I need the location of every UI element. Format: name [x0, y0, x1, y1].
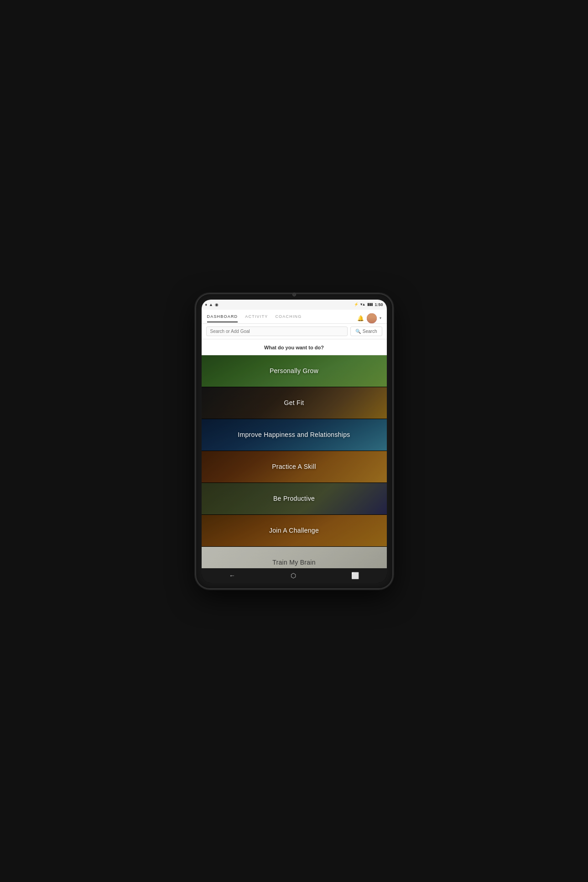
nav-tabs-left: DASHBOARD ACTIVITY COACHING [207, 314, 302, 322]
tab-coaching[interactable]: COACHING [275, 314, 302, 322]
front-camera [292, 293, 296, 296]
top-nav: DASHBOARD ACTIVITY COACHING 🔔 [202, 310, 387, 324]
status-icon-1: ♦ [205, 302, 208, 307]
tab-activity[interactable]: ACTIVITY [245, 314, 268, 322]
app-content: DASHBOARD ACTIVITY COACHING 🔔 [202, 310, 387, 568]
search-input[interactable] [206, 327, 348, 336]
status-bar-right: ⚡ ▾▲ ▮▮▮ 1:50 [354, 302, 383, 307]
notifications-bell-icon[interactable]: 🔔 [357, 315, 364, 322]
section-header: What do you want to do? [202, 339, 387, 355]
chevron-down-icon[interactable]: ▾ [380, 316, 381, 320]
goal-item-be-productive[interactable]: Be Productive [202, 483, 387, 515]
goal-item-join-challenge[interactable]: Join A Challenge [202, 515, 387, 547]
goal-list: Personally Grow Get Fit Improve Happines… [202, 355, 387, 568]
device-frame: ♦ ▲ ◉ ⚡ ▾▲ ▮▮▮ 1:50 DASHBOARD [196, 294, 392, 588]
goal-overlay-train-brain: Train My Brain [202, 547, 387, 568]
nav-tabs: DASHBOARD ACTIVITY COACHING 🔔 [207, 313, 381, 323]
goal-item-personally-grow[interactable]: Personally Grow [202, 355, 387, 387]
back-button[interactable]: ← [229, 572, 235, 579]
nav-right: 🔔 ▾ [357, 313, 381, 323]
status-bar-left: ♦ ▲ ◉ [205, 302, 219, 307]
goal-overlay-challenge: Join A Challenge [202, 515, 387, 546]
battery-icon: ▮▮▮ [367, 302, 373, 306]
recents-button[interactable]: ⬜ [351, 572, 359, 579]
goal-label-happiness: Improve Happiness and Relationships [238, 431, 350, 438]
status-icon-3: ◉ [215, 302, 219, 307]
goal-label-practice-skill: Practice A Skill [272, 463, 316, 470]
goal-label-productive: Be Productive [273, 495, 315, 502]
home-button[interactable]: ⬡ [291, 572, 296, 579]
goal-overlay-practice-skill: Practice A Skill [202, 451, 387, 483]
goal-label-challenge: Join A Challenge [269, 527, 319, 534]
search-bar: 🔍 Search [202, 324, 387, 339]
status-icon-2: ▲ [209, 302, 213, 307]
goal-label-personally-grow: Personally Grow [270, 367, 318, 374]
avatar[interactable] [367, 313, 377, 323]
avatar-image [367, 313, 377, 323]
wifi-icon: ▾▲ [360, 302, 366, 306]
status-bar: ♦ ▲ ◉ ⚡ ▾▲ ▮▮▮ 1:50 [202, 300, 387, 310]
search-button[interactable]: 🔍 Search [350, 327, 382, 336]
goal-label-get-fit: Get Fit [284, 399, 304, 406]
bottom-nav: ← ⬡ ⬜ [202, 568, 387, 583]
goal-item-improve-happiness[interactable]: Improve Happiness and Relationships [202, 419, 387, 451]
goal-item-train-brain[interactable]: Train My Brain [202, 547, 387, 568]
goal-item-practice-skill[interactable]: Practice A Skill [202, 451, 387, 483]
tab-dashboard[interactable]: DASHBOARD [207, 314, 238, 322]
goal-overlay-happiness: Improve Happiness and Relationships [202, 419, 387, 451]
goal-overlay-get-fit: Get Fit [202, 387, 387, 419]
search-icon: 🔍 [355, 329, 361, 334]
bluetooth-icon: ⚡ [354, 302, 359, 306]
device-screen: ♦ ▲ ◉ ⚡ ▾▲ ▮▮▮ 1:50 DASHBOARD [202, 300, 387, 583]
goal-item-get-fit[interactable]: Get Fit [202, 387, 387, 419]
goal-label-train-brain: Train My Brain [272, 559, 316, 566]
goal-overlay-productive: Be Productive [202, 483, 387, 514]
time-display: 1:50 [375, 302, 383, 307]
goal-overlay-personally-grow: Personally Grow [202, 355, 387, 387]
section-title: What do you want to do? [264, 345, 324, 350]
